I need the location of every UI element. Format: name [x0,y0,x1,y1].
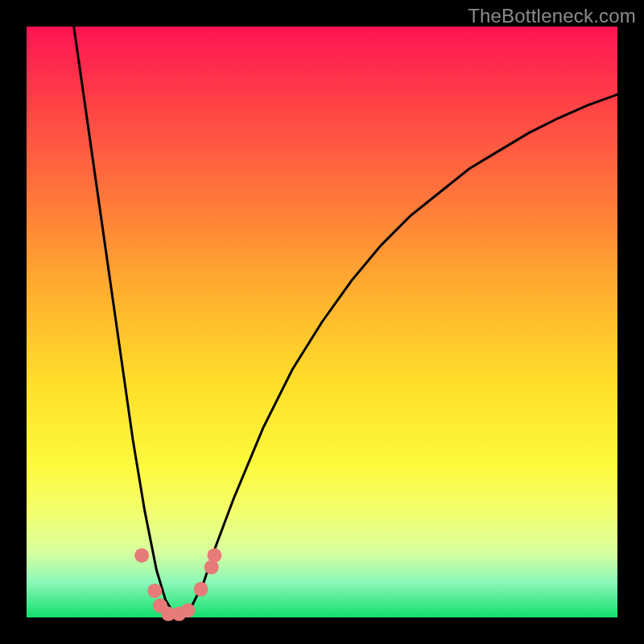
chart-svg [27,27,617,617]
chart-plot-area [27,27,617,617]
data-marker [134,548,149,563]
bottleneck-curve [74,27,617,614]
watermark-text: TheBottleneck.com [468,5,636,27]
data-marker [180,603,195,617]
data-marker [194,582,208,597]
chart-frame: TheBottleneck.com [0,0,644,644]
data-marker [207,548,221,563]
chart-markers [134,548,221,621]
chart-curve-group [74,27,617,614]
data-marker [147,584,162,598]
